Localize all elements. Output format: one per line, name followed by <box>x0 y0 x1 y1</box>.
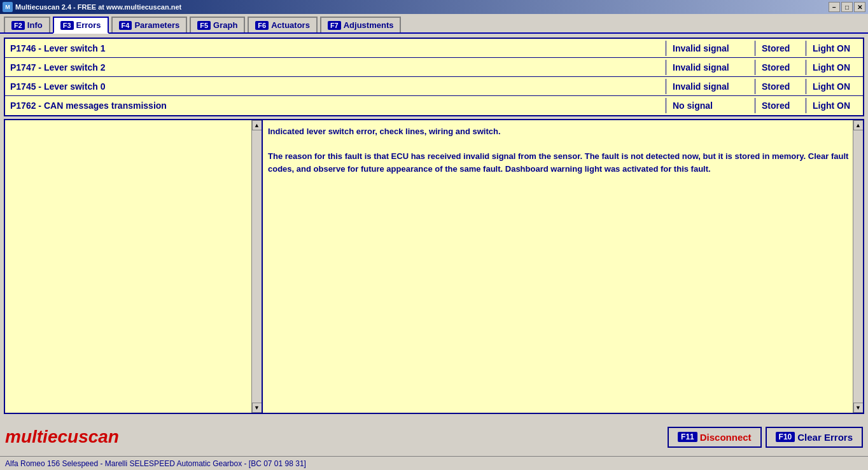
tab-bar: F2InfoF3ErrorsF4ParametersF5GraphF6Actua… <box>0 14 868 34</box>
tab-key-adjustments: F7 <box>328 21 341 30</box>
tab-parameters[interactable]: F4Parameters <box>111 17 188 32</box>
scroll-down-btn[interactable]: ▼ <box>252 403 262 413</box>
error-description: Indicated lever switch error, check line… <box>268 125 858 175</box>
disconnect-button[interactable]: F11 Disconnect <box>668 427 762 448</box>
close-button[interactable]: ✕ <box>854 2 865 12</box>
footer: multiecuscan F11 Disconnect F10 Clear Er… <box>0 418 868 456</box>
window-controls: − □ ✕ <box>829 2 865 12</box>
tab-actuators[interactable]: F6Actuators <box>248 17 318 32</box>
error-code: P1745 - Lever switch 0 <box>5 79 666 94</box>
disconnect-label: Disconnect <box>700 432 752 443</box>
tab-key-errors: F3 <box>60 21 74 30</box>
bottom-panels: ▲ ▼ Indicated lever switch error, check … <box>4 119 864 414</box>
error-light: Light ON <box>806 41 863 56</box>
minimize-button[interactable]: − <box>829 2 840 12</box>
error-stored: Stored <box>755 41 806 56</box>
error-status: Invalid signal <box>666 41 755 56</box>
clear-errors-button[interactable]: F10 Clear Errors <box>766 427 863 448</box>
title-bar: M Multiecuscan 2.4 - FREE at www.multiec… <box>0 0 868 14</box>
tab-key-graph: F5 <box>197 21 211 30</box>
error-stored: Stored <box>755 79 806 94</box>
tab-key-parameters: F4 <box>119 21 132 30</box>
tab-graph[interactable]: F5Graph <box>190 17 245 32</box>
error-light: Light ON <box>806 98 863 113</box>
description-line1: Indicated lever switch error, check line… <box>268 127 501 136</box>
scroll-up-btn[interactable]: ▲ <box>252 120 262 130</box>
error-stored: Stored <box>755 60 806 75</box>
clear-label: Clear Errors <box>797 432 853 443</box>
right-scroll-down-btn[interactable]: ▼ <box>853 403 864 413</box>
error-light: Light ON <box>806 60 863 75</box>
tab-label-graph: Graph <box>213 20 237 30</box>
app-logo: multiecuscan <box>5 427 119 447</box>
status-text: Alfa Romeo 156 Selespeed - Marelli SELES… <box>5 459 306 468</box>
error-light: Light ON <box>806 79 863 94</box>
window-title: Multiecuscan 2.4 - FREE at www.multiecus… <box>15 3 181 11</box>
error-code: P1746 - Lever switch 1 <box>5 41 666 56</box>
error-code: P1762 - CAN messages transmission <box>5 98 666 113</box>
tab-adjustments[interactable]: F7Adjustments <box>320 17 402 32</box>
right-scroll-track <box>854 130 863 403</box>
right-scrollbar[interactable]: ▲ ▼ <box>853 120 863 413</box>
table-row[interactable]: P1746 - Lever switch 1 Invalid signal St… <box>5 39 863 58</box>
error-code: P1747 - Lever switch 2 <box>5 60 666 75</box>
disconnect-key: F11 <box>678 432 697 442</box>
tab-info[interactable]: F2Info <box>4 17 50 32</box>
tab-errors[interactable]: F3Errors <box>53 17 109 34</box>
logo-text: multiecuscan <box>5 427 119 446</box>
scroll-track <box>253 130 262 403</box>
footer-buttons: F11 Disconnect F10 Clear Errors <box>668 427 863 448</box>
table-row[interactable]: P1747 - Lever switch 2 Invalid signal St… <box>5 58 863 77</box>
right-scroll-up-btn[interactable]: ▲ <box>853 120 864 130</box>
table-row[interactable]: P1745 - Lever switch 0 Invalid signal St… <box>5 77 863 96</box>
error-status: Invalid signal <box>666 79 755 94</box>
tab-key-actuators: F6 <box>255 21 269 30</box>
app-icon: M <box>3 2 13 12</box>
left-scrollbar[interactable]: ▲ ▼ <box>251 120 262 413</box>
right-panel: Indicated lever switch error, check line… <box>263 120 863 413</box>
description-line2: The reason for this fault is that ECU ha… <box>268 151 848 174</box>
tab-label-actuators: Actuators <box>271 20 310 30</box>
status-bar: Alfa Romeo 156 Selespeed - Marelli SELES… <box>0 456 868 470</box>
tab-label-parameters: Parameters <box>134 20 179 30</box>
errors-table: P1746 - Lever switch 1 Invalid signal St… <box>4 38 864 116</box>
tab-label-adjustments: Adjustments <box>344 20 394 30</box>
main-content: P1746 - Lever switch 1 Invalid signal St… <box>0 34 868 418</box>
tab-label-info: Info <box>27 20 43 30</box>
error-stored: Stored <box>755 98 806 113</box>
error-status: No signal <box>666 98 755 113</box>
left-panel: ▲ ▼ <box>5 120 263 413</box>
error-status: Invalid signal <box>666 60 755 75</box>
clear-key: F10 <box>776 432 795 442</box>
tab-label-errors: Errors <box>76 20 101 30</box>
maximize-button[interactable]: □ <box>841 2 853 12</box>
table-row[interactable]: P1762 - CAN messages transmission No sig… <box>5 96 863 115</box>
tab-key-info: F2 <box>11 21 25 30</box>
